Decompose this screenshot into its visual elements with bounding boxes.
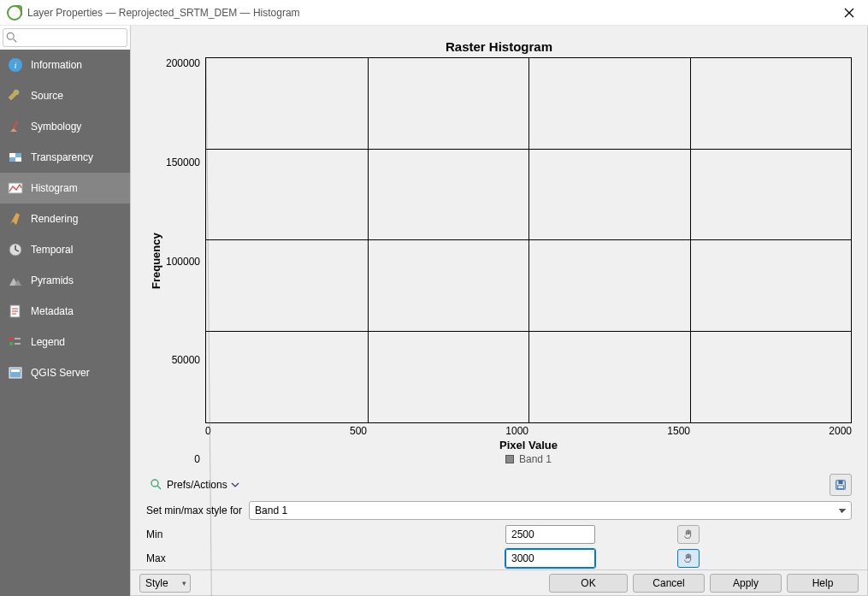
zoom-icon — [150, 478, 163, 492]
svg-rect-3 — [13, 121, 19, 128]
svg-rect-17 — [838, 486, 844, 489]
titlebar: Layer Properties — Reprojected_SRTM_DEM … — [0, 0, 868, 26]
min-pick-button[interactable] — [677, 525, 700, 544]
metadata-icon — [7, 303, 24, 320]
sidebar-item-transparency[interactable]: Transparency — [0, 142, 130, 173]
chevron-down-icon — [231, 481, 239, 489]
histogram-icon — [7, 180, 24, 197]
ok-button[interactable]: OK — [549, 574, 628, 593]
sidebar-item-source[interactable]: Source — [0, 80, 130, 111]
transparency-icon — [7, 149, 24, 166]
sidebar-item-label: QGIS Server — [31, 367, 90, 379]
main-panel: Raster Histogram Frequency 2000001500001… — [130, 26, 868, 596]
dialog-button-bar: Style OK Cancel Apply Help — [131, 569, 867, 595]
legend-swatch-icon — [505, 455, 514, 463]
clock-icon — [7, 241, 24, 258]
save-histogram-button[interactable] — [830, 474, 852, 496]
apply-button[interactable]: Apply — [710, 574, 782, 593]
svg-text:i: i — [14, 60, 16, 70]
sidebar-item-label: Legend — [31, 336, 65, 348]
cancel-button[interactable]: Cancel — [633, 574, 705, 593]
sidebar-item-information[interactable]: iInformation — [0, 50, 130, 80]
pyramids-icon — [7, 272, 24, 289]
hand-icon — [682, 552, 694, 564]
save-icon — [835, 479, 847, 491]
sidebar: iInformationSourceSymbologyTransparencyH… — [0, 26, 130, 596]
help-button[interactable]: Help — [787, 574, 859, 593]
sidebar-item-legend[interactable]: Legend — [0, 327, 130, 357]
paintbrush-icon — [7, 118, 24, 135]
sidebar-item-label: Histogram — [31, 182, 78, 194]
band-select[interactable]: Band 1 — [249, 501, 852, 520]
max-label: Max — [146, 552, 505, 564]
chart-plot[interactable] — [205, 57, 852, 423]
setminmax-label: Set min/max style for — [146, 505, 242, 516]
svg-rect-11 — [9, 342, 13, 345]
sidebar-search-input[interactable] — [3, 28, 127, 47]
svg-rect-6 — [15, 157, 21, 162]
chart-legend: Band 1 — [205, 453, 852, 465]
sidebar-item-label: Rendering — [31, 213, 78, 225]
min-label: Min — [146, 528, 505, 540]
sidebar-item-symbology[interactable]: Symbology — [0, 111, 130, 142]
prefs-actions-label: Prefs/Actions — [167, 479, 227, 491]
close-button[interactable] — [837, 1, 861, 25]
prefs-actions-button[interactable]: Prefs/Actions — [146, 476, 243, 493]
sidebar-item-label: Information — [31, 59, 82, 71]
chart-title: Raster Histogram — [146, 39, 852, 54]
sidebar-item-label: Source — [31, 90, 63, 102]
sidebar-item-rendering[interactable]: Rendering — [0, 204, 130, 234]
chart-yticks: 200000150000100000500000 — [166, 57, 205, 465]
search-icon — [6, 32, 18, 44]
svg-rect-12 — [9, 368, 21, 378]
chart-ylabel: Frequency — [146, 57, 166, 465]
svg-rect-16 — [838, 481, 842, 484]
chart-xticks: 0500100015002000 — [205, 423, 852, 437]
min-input[interactable] — [505, 525, 595, 544]
hand-icon — [682, 528, 694, 540]
legend-label: Band 1 — [519, 453, 552, 465]
svg-rect-13 — [11, 369, 20, 372]
sidebar-item-temporal[interactable]: Temporal — [0, 234, 130, 265]
window-title: Layer Properties — Reprojected_SRTM_DEM … — [27, 7, 837, 19]
legend-icon — [7, 333, 24, 351]
sidebar-item-label: Metadata — [31, 305, 74, 317]
qgis-app-icon — [7, 5, 22, 21]
svg-rect-10 — [9, 337, 13, 340]
info-icon: i — [7, 56, 24, 74]
wrench-icon — [7, 87, 24, 104]
brush-icon — [7, 210, 24, 227]
svg-rect-5 — [9, 153, 15, 157]
sidebar-item-label: Pyramids — [31, 274, 74, 286]
style-menu-button[interactable]: Style — [139, 574, 191, 593]
sidebar-item-histogram[interactable]: Histogram — [0, 173, 130, 204]
svg-point-14 — [151, 480, 158, 487]
chart-xlabel: Pixel Value — [205, 439, 852, 451]
sidebar-item-label: Temporal — [31, 244, 73, 256]
sidebar-item-label: Symbology — [31, 121, 81, 133]
sidebar-item-label: Transparency — [31, 151, 93, 163]
max-input[interactable] — [505, 549, 595, 568]
sidebar-item-qgis-server[interactable]: QGIS Server — [0, 357, 130, 388]
close-icon — [844, 8, 854, 18]
svg-point-0 — [7, 32, 14, 39]
max-pick-button[interactable] — [677, 549, 700, 568]
server-icon — [7, 364, 24, 381]
sidebar-item-metadata[interactable]: Metadata — [0, 296, 130, 327]
sidebar-item-pyramids[interactable]: Pyramids — [0, 265, 130, 296]
